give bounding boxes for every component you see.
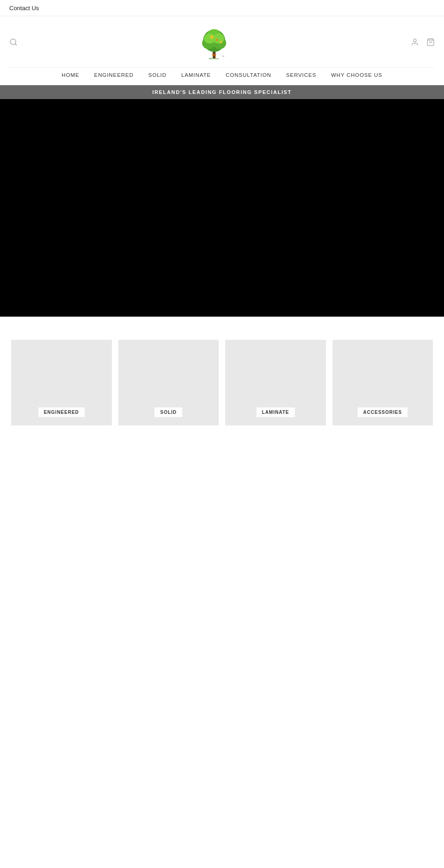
svg-text:My: My — [212, 53, 216, 57]
svg-point-11 — [220, 41, 222, 44]
product-card-label-engineered: ENGINEERED — [38, 407, 85, 417]
nav-services[interactable]: SERVICES — [286, 72, 316, 78]
svg-point-9 — [210, 35, 214, 39]
product-card-accessories[interactable]: ACCESSORIES — [333, 340, 433, 425]
account-icon[interactable] — [411, 38, 419, 49]
svg-point-15 — [413, 39, 416, 42]
nav-laminate[interactable]: LAMINATE — [181, 72, 211, 78]
banner-text: IRELAND'S LEADING FLOORING SPECIALIST — [152, 89, 291, 95]
hero-video-area — [0, 99, 444, 317]
site-logo[interactable]: My Floors ie — [196, 27, 233, 59]
nav-engineered[interactable]: ENGINEERED — [94, 72, 134, 78]
product-card-engineered[interactable]: ENGINEERED — [11, 340, 112, 425]
main-nav: HOME ENGINEERED SOLID LAMINATE CONSULTAT… — [9, 67, 435, 81]
header: My Floors ie H — [0, 16, 444, 85]
nav-solid[interactable]: SOLID — [148, 72, 166, 78]
svg-point-8 — [213, 33, 224, 44]
header-top-row: My Floors ie — [9, 21, 435, 65]
nav-why-choose-us[interactable]: WHY CHOOSE US — [331, 72, 382, 78]
lower-content-section — [0, 439, 444, 833]
product-card-label-laminate: LAMINATE — [256, 407, 295, 417]
product-card-label-accessories: ACCESSORIES — [358, 407, 407, 417]
svg-text:ie: ie — [222, 55, 224, 57]
product-card-laminate[interactable]: LAMINATE — [225, 340, 326, 425]
nav-consultation[interactable]: CONSULTATION — [226, 72, 271, 78]
cart-icon[interactable] — [426, 38, 435, 49]
header-actions — [411, 38, 435, 49]
product-grid: ENGINEERED SOLID LAMINATE ACCESSORIES — [11, 340, 433, 425]
top-bar: Contact Us — [0, 0, 444, 16]
svg-line-1 — [15, 44, 16, 45]
promo-banner: IRELAND'S LEADING FLOORING SPECIALIST — [0, 85, 444, 99]
nav-home[interactable]: HOME — [62, 72, 79, 78]
contact-us-link[interactable]: Contact Us — [9, 5, 39, 12]
svg-text:Floors: Floors — [209, 57, 219, 59]
svg-point-10 — [216, 38, 218, 41]
product-section: ENGINEERED SOLID LAMINATE ACCESSORIES — [0, 317, 444, 439]
product-card-solid[interactable]: SOLID — [118, 340, 219, 425]
search-icon[interactable] — [9, 38, 18, 49]
product-card-label-solid: SOLID — [154, 407, 182, 417]
